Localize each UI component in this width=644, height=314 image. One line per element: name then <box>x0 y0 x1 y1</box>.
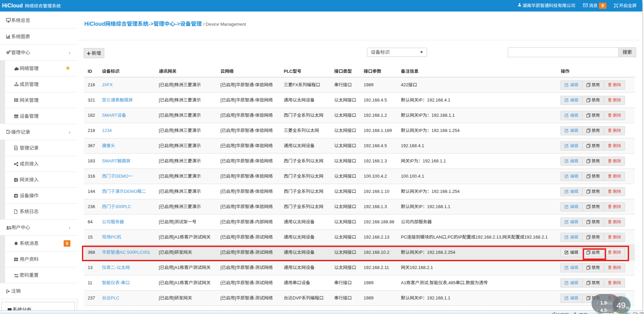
svg-text:%: % <box>626 306 629 310</box>
svg-text:49: 49 <box>617 301 626 310</box>
